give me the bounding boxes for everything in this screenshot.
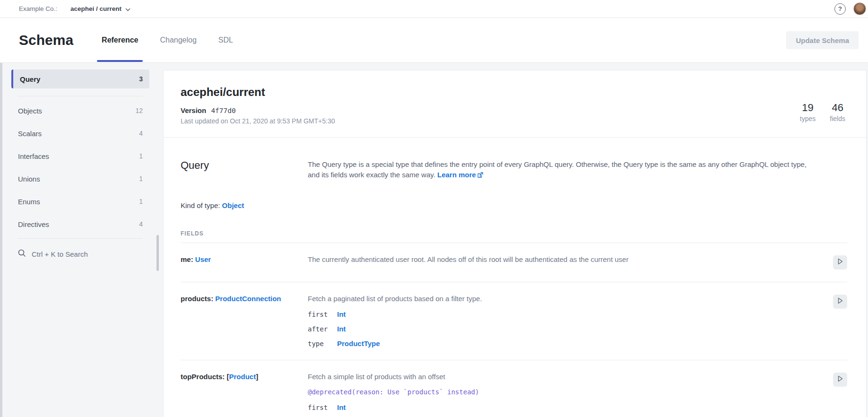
field-type-link[interactable]: User [195, 255, 211, 263]
field-row-products: products: ProductConnection Fetch a pagi… [181, 282, 847, 360]
page-header: Schema Reference Changelog SDL Update Sc… [0, 18, 868, 63]
learn-more-link[interactable]: Learn more [437, 171, 476, 179]
user-avatar[interactable] [853, 2, 866, 15]
arg-row: type ProductType [308, 339, 819, 348]
external-link-icon [477, 170, 483, 181]
field-name-text: me: [181, 255, 195, 263]
field-name-suffix: ] [256, 373, 258, 381]
sidebar-item-label: Objects [18, 107, 42, 115]
sidebar-item-label: Unions [18, 175, 40, 183]
kind-label: Kind of type: [181, 201, 222, 209]
search-input[interactable]: Ctrl + K to Search [11, 243, 149, 265]
version-hash: 4f77d0 [211, 107, 235, 114]
sidebar-item-count: 3 [139, 75, 143, 83]
tab-sdl[interactable]: SDL [218, 18, 233, 62]
arg-type-link[interactable]: Int [337, 403, 346, 411]
schema-card-header: acephei/current Version 4f77d0 Last upda… [164, 70, 866, 138]
sidebar-item-interfaces[interactable]: Interfaces 1 [11, 145, 149, 167]
graph-title: acephei/current [181, 86, 335, 99]
org-label: Example Co.: [19, 5, 57, 12]
field-name: products: ProductConnection [181, 295, 308, 348]
arg-name: first [308, 311, 337, 318]
field-name-text: topProducts: [ [181, 373, 229, 381]
field-name: me: User [181, 255, 308, 269]
field-name-text: products: [181, 295, 215, 303]
sidebar-item-scalars[interactable]: Scalars 4 [11, 122, 149, 145]
play-icon [836, 258, 844, 267]
field-type-link[interactable]: Product [229, 373, 256, 381]
type-description-text: The Query type is a special type that de… [308, 160, 807, 179]
field-details: The currently authenticated user root. A… [308, 255, 819, 269]
version-line: Version 4f77d0 [181, 106, 335, 114]
sidebar-item-label: Enums [18, 198, 40, 206]
left-scroll-track [0, 63, 2, 417]
field-name: topProducts: [Product] [181, 373, 308, 411]
stat-label: types [800, 115, 816, 122]
sidebar-item-query[interactable]: Query 3 [11, 70, 149, 88]
sidebar-item-objects[interactable]: Objects 12 [11, 99, 149, 122]
arg-type-link[interactable]: ProductType [337, 339, 380, 348]
search-icon [18, 249, 26, 259]
field-args: first Int [308, 403, 819, 411]
sidebar-item-label: Scalars [18, 130, 42, 138]
top-bar: Example Co.: acephei / current ? [0, 0, 868, 18]
kind-of-type-line: Kind of type: Object [181, 201, 847, 209]
arg-row: first Int [308, 403, 819, 411]
vertical-scrollbar-thumb[interactable] [156, 235, 159, 271]
help-icon[interactable]: ? [834, 3, 846, 15]
type-description: The Query type is a special type that de… [308, 159, 819, 181]
stat-label: fields [830, 115, 845, 122]
stat-value: 19 [800, 102, 816, 114]
arg-row: after Int [308, 325, 819, 333]
stat-fields: 46 fields [830, 102, 845, 125]
schema-stats: 19 types 46 fields [800, 102, 845, 125]
query-type-section: Query The Query type is a special type t… [164, 138, 866, 417]
kind-value-link[interactable]: Object [222, 201, 244, 209]
play-icon [836, 297, 844, 306]
schema-meta: acephei/current Version 4f77d0 Last upda… [181, 86, 335, 125]
search-placeholder: Ctrl + K to Search [32, 250, 88, 258]
run-in-explorer-button[interactable] [833, 295, 847, 309]
type-name: Query [181, 159, 308, 181]
sidebar-item-label: Interfaces [18, 152, 49, 160]
stat-types: 19 types [800, 102, 816, 125]
type-head: Query The Query type is a special type t… [181, 159, 847, 181]
arg-name: after [308, 325, 337, 333]
run-in-explorer-button[interactable] [833, 255, 847, 269]
sidebar-item-directives[interactable]: Directives 4 [11, 213, 149, 235]
schema-type-sidebar: Query 3 Objects 12 Scalars 4 Interfaces … [11, 70, 149, 265]
field-args: first Int after Int type ProductType [308, 310, 819, 348]
sidebar-item-enums[interactable]: Enums 1 [11, 190, 149, 213]
sidebar-item-count: 1 [139, 152, 143, 160]
field-type-link[interactable]: ProductConnection [215, 295, 281, 303]
sidebar-item-label: Query [20, 75, 40, 83]
field-description: The currently authenticated user root. A… [308, 255, 819, 263]
tab-reference[interactable]: Reference [102, 18, 138, 62]
last-updated: Last updated on Oct 21, 2020 at 9:53 PM … [181, 117, 335, 125]
chevron-down-icon [125, 5, 130, 13]
field-row-top-products: topProducts: [Product] Fetch a simple li… [181, 360, 847, 417]
arg-type-link[interactable]: Int [337, 325, 346, 333]
field-description: Fetch a simple list of products with an … [308, 373, 819, 381]
arg-type-link[interactable]: Int [337, 310, 346, 318]
sidebar-item-count: 12 [135, 107, 143, 114]
field-details: Fetch a paginated list of products based… [308, 295, 819, 348]
update-schema-button[interactable]: Update Schema [786, 31, 859, 49]
field-details: Fetch a simple list of products with an … [308, 373, 819, 411]
graph-selector-dropdown[interactable]: acephei / current [70, 5, 130, 13]
deprecated-annotation: @deprecated(reason: Use `products` inste… [308, 388, 819, 396]
sidebar-item-count: 4 [139, 220, 143, 228]
schema-reference-card: acephei/current Version 4f77d0 Last upda… [163, 70, 867, 417]
sidebar-item-unions[interactable]: Unions 1 [11, 167, 149, 190]
divider [18, 238, 143, 239]
sidebar-item-label: Directives [18, 220, 49, 228]
page-title: Schema [19, 32, 73, 48]
field-row-me: me: User The currently authenticated use… [181, 243, 847, 282]
run-in-explorer-button[interactable] [833, 373, 847, 387]
tab-changelog[interactable]: Changelog [160, 18, 196, 62]
arg-name: first [308, 404, 337, 411]
arg-name: type [308, 340, 337, 348]
graph-selector-value: acephei / current [70, 5, 122, 12]
sidebar-item-count: 1 [139, 198, 143, 205]
topbar-actions: ? [834, 2, 861, 15]
